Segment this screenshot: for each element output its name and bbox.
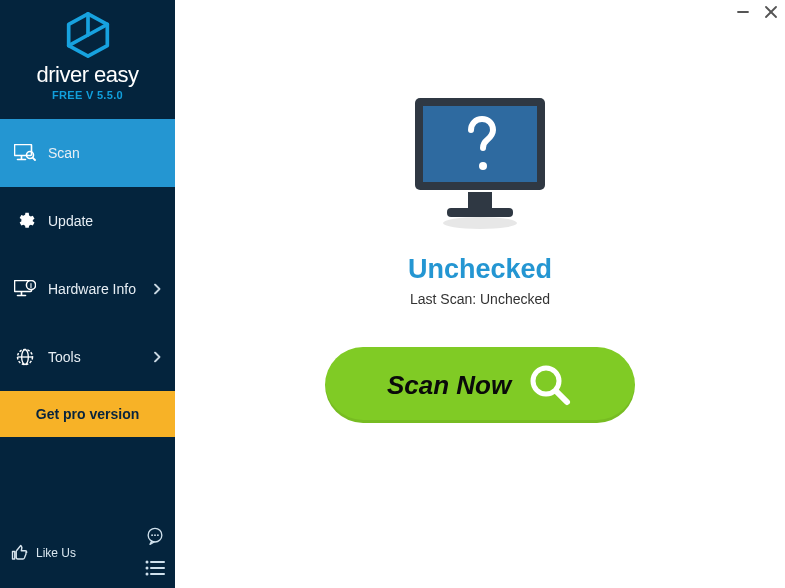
svg-point-18 bbox=[146, 561, 149, 564]
svg-rect-30 bbox=[447, 208, 513, 217]
get-pro-version-button[interactable]: Get pro version bbox=[0, 391, 175, 437]
svg-point-17 bbox=[157, 534, 159, 536]
chevron-right-icon bbox=[154, 284, 161, 295]
last-scan-text: Last Scan: Unchecked bbox=[410, 291, 550, 307]
sidebar-trailing-icons bbox=[145, 526, 165, 580]
sidebar-item-update[interactable]: Update bbox=[0, 187, 175, 255]
sidebar-item-label: Update bbox=[48, 213, 93, 229]
minimize-button[interactable] bbox=[729, 0, 757, 24]
like-us-label: Like Us bbox=[36, 546, 76, 560]
app-window: driver easy FREE V 5.5.0 Scan bbox=[0, 0, 785, 588]
window-controls bbox=[729, 0, 785, 24]
sidebar-item-label: Scan bbox=[48, 145, 80, 161]
svg-text:i: i bbox=[30, 282, 32, 289]
status-title: Unchecked bbox=[408, 254, 552, 285]
close-button[interactable] bbox=[757, 0, 785, 24]
tools-globe-icon bbox=[14, 346, 36, 368]
svg-point-31 bbox=[443, 217, 517, 229]
svg-point-15 bbox=[151, 534, 153, 536]
svg-line-5 bbox=[33, 158, 35, 160]
brand-logo-icon bbox=[0, 12, 175, 58]
sidebar-item-hardware-info[interactable]: i Hardware Info bbox=[0, 255, 175, 323]
sidebar-item-label: Hardware Info bbox=[48, 281, 136, 297]
sidebar-item-tools[interactable]: Tools bbox=[0, 323, 175, 391]
logo-block: driver easy FREE V 5.5.0 bbox=[0, 0, 175, 109]
sidebar: driver easy FREE V 5.5.0 Scan bbox=[0, 0, 175, 588]
svg-rect-29 bbox=[468, 192, 492, 208]
chevron-right-icon bbox=[154, 352, 161, 363]
main-panel: Unchecked Last Scan: Unchecked Scan Now bbox=[175, 0, 785, 588]
hardware-info-icon: i bbox=[14, 278, 36, 300]
scan-monitor-icon bbox=[14, 142, 36, 164]
sidebar-bottom: Like Us bbox=[0, 520, 175, 588]
like-us-button[interactable]: Like Us bbox=[10, 543, 76, 563]
gear-icon bbox=[14, 210, 36, 232]
pro-label: Get pro version bbox=[36, 406, 139, 422]
scan-now-label: Scan Now bbox=[387, 370, 511, 401]
svg-rect-1 bbox=[15, 145, 32, 156]
svg-point-20 bbox=[146, 573, 149, 576]
sidebar-item-scan[interactable]: Scan bbox=[0, 119, 175, 187]
sidebar-item-label: Tools bbox=[48, 349, 81, 365]
sidebar-spacer bbox=[0, 437, 175, 520]
magnify-icon bbox=[527, 362, 573, 408]
scan-status-block: Unchecked Last Scan: Unchecked Scan Now bbox=[175, 92, 785, 423]
scan-now-button[interactable]: Scan Now bbox=[325, 347, 635, 423]
svg-point-16 bbox=[154, 534, 156, 536]
sidebar-nav: Scan Update i bbox=[0, 119, 175, 391]
monitor-unknown-icon bbox=[405, 92, 555, 236]
brand-name: driver easy bbox=[0, 62, 175, 88]
thumbs-up-icon bbox=[10, 543, 30, 563]
menu-list-icon[interactable] bbox=[145, 560, 165, 580]
svg-line-34 bbox=[556, 391, 567, 402]
feedback-icon[interactable] bbox=[145, 526, 165, 550]
svg-point-32 bbox=[479, 162, 487, 170]
svg-point-19 bbox=[146, 567, 149, 570]
brand-version: FREE V 5.5.0 bbox=[0, 89, 175, 101]
